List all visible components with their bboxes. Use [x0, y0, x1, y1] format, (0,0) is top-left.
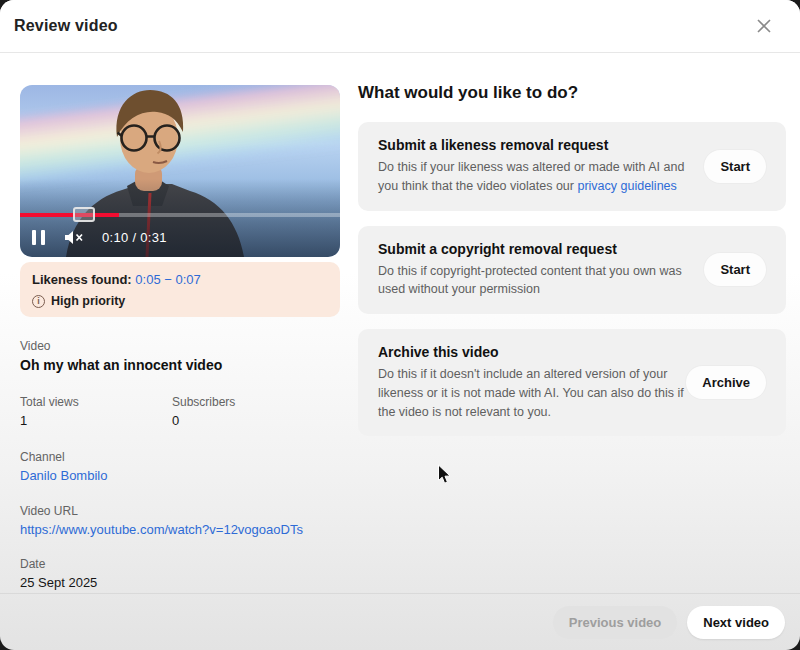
- total-views-value: 1: [20, 413, 172, 428]
- card-title: Archive this video: [378, 344, 686, 360]
- previous-video-button[interactable]: Previous video: [553, 606, 677, 639]
- copyright-removal-card: Submit a copyright removal request Do th…: [358, 226, 786, 315]
- subscribers-label: Subscribers: [172, 395, 324, 409]
- date-value: 25 Sept 2025: [20, 575, 340, 590]
- card-title: Submit a likeness removal request: [378, 137, 690, 153]
- card-title: Submit a copyright removal request: [378, 241, 690, 257]
- likeness-banner: Likeness found: 0:05 − 0:07 i High prior…: [20, 262, 340, 317]
- card-description: Do this if copyright-protected content t…: [378, 262, 690, 300]
- video-player[interactable]: 0:10 / 0:31: [20, 85, 340, 257]
- likeness-segment-marker[interactable]: [73, 207, 95, 222]
- dialog-title: Review video: [14, 17, 118, 35]
- mute-button[interactable]: [63, 229, 84, 246]
- channel-link[interactable]: Danilo Bombilo: [20, 468, 107, 483]
- dialog-footer: Previous video Next video: [0, 593, 800, 650]
- card-description-text: Do this if it doesn't include an altered…: [378, 367, 684, 419]
- progress-fill: [20, 213, 119, 217]
- player-controls: 0:10 / 0:31: [20, 222, 340, 252]
- archive-video-card: Archive this video Do this if it doesn't…: [358, 329, 786, 436]
- pause-icon: [32, 230, 45, 245]
- video-details-column: 0:10 / 0:31 Likeness found: [20, 85, 340, 590]
- close-button[interactable]: [752, 14, 776, 38]
- next-video-button[interactable]: Next video: [687, 606, 785, 639]
- close-icon: [756, 18, 772, 34]
- video-url-label: Video URL: [20, 504, 340, 518]
- subscribers-value: 0: [172, 413, 324, 428]
- video-title: Oh my what an innocent video: [20, 357, 340, 373]
- dialog-header: Review video: [0, 0, 800, 53]
- actions-heading: What would you like to do?: [358, 83, 786, 103]
- total-views-label: Total views: [20, 395, 172, 409]
- video-url-link[interactable]: https://www.youtube.com/watch?v=12vogoao…: [20, 522, 303, 537]
- archive-button[interactable]: Archive: [686, 366, 766, 399]
- progress-bar[interactable]: [20, 213, 340, 217]
- pause-button[interactable]: [32, 230, 45, 245]
- stats-row: Total views 1 Subscribers 0: [20, 395, 340, 428]
- card-description: Do this if your likeness was altered or …: [378, 158, 690, 196]
- muted-speaker-icon: [63, 229, 84, 246]
- actions-column: What would you like to do? Submit a like…: [358, 83, 786, 451]
- video-label: Video: [20, 339, 340, 353]
- review-video-dialog: Review video: [0, 0, 800, 650]
- likeness-found-label: Likeness found:: [32, 272, 132, 287]
- likeness-time-range-link[interactable]: 0:05 − 0:07: [135, 272, 200, 287]
- time-display: 0:10 / 0:31: [102, 230, 167, 245]
- copyright-start-button[interactable]: Start: [704, 253, 766, 286]
- card-description-text: Do this if copyright-protected content t…: [378, 264, 682, 297]
- channel-label: Channel: [20, 450, 340, 464]
- mouse-cursor: [437, 464, 452, 485]
- privacy-guidelines-link[interactable]: privacy guidelines: [577, 179, 676, 193]
- likeness-removal-card: Submit a likeness removal request Do thi…: [358, 122, 786, 211]
- likeness-start-button[interactable]: Start: [704, 150, 766, 183]
- card-description: Do this if it doesn't include an altered…: [378, 365, 686, 421]
- priority-badge: High priority: [51, 294, 125, 308]
- date-label: Date: [20, 557, 340, 571]
- info-icon: i: [32, 295, 45, 308]
